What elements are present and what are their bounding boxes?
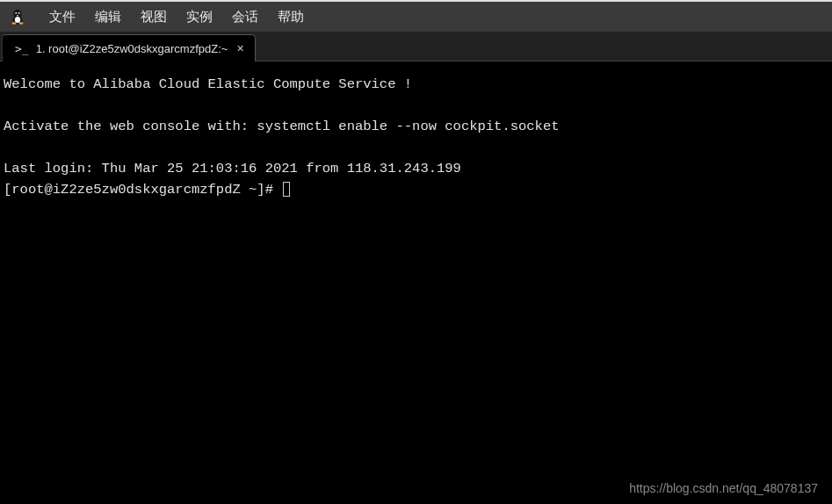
menu-edit[interactable]: 编辑 bbox=[95, 9, 121, 25]
menu-session[interactable]: 会话 bbox=[232, 9, 258, 25]
svg-point-7 bbox=[12, 22, 17, 25]
terminal-prompt: [root@iZ2ze5zw0dskxgarcmzfpdZ ~]# bbox=[4, 182, 281, 198]
linux-penguin-icon bbox=[11, 9, 25, 25]
svg-point-6 bbox=[18, 13, 19, 14]
tab-title: 1. root@iZ2ze5zw0dskxgarcmzfpdZ:~ bbox=[36, 42, 228, 55]
terminal-line: Last login: Thu Mar 25 21:03:16 2021 fro… bbox=[4, 161, 461, 176]
terminal-prompt-icon: >_ bbox=[15, 42, 29, 55]
watermark-text: https://blog.csdn.net/qq_48078137 bbox=[629, 481, 818, 495]
close-icon[interactable]: × bbox=[235, 41, 245, 55]
menu-help[interactable]: 帮助 bbox=[278, 9, 304, 25]
svg-point-5 bbox=[16, 13, 17, 14]
menu-file[interactable]: 文件 bbox=[49, 9, 76, 25]
terminal-line: Activate the web console with: systemctl… bbox=[4, 119, 560, 134]
tabbar: >_ 1. root@iZ2ze5zw0dskxgarcmzfpdZ:~ × bbox=[0, 32, 832, 61]
menu-view[interactable]: 视图 bbox=[141, 9, 167, 25]
terminal-cursor bbox=[283, 182, 290, 197]
menu-instance[interactable]: 实例 bbox=[186, 9, 213, 25]
terminal-line: Welcome to Alibaba Cloud Elastic Compute… bbox=[4, 76, 412, 92]
terminal-tab[interactable]: >_ 1. root@iZ2ze5zw0dskxgarcmzfpdZ:~ × bbox=[2, 34, 256, 61]
terminal-output[interactable]: Welcome to Alibaba Cloud Elastic Compute… bbox=[0, 61, 832, 504]
svg-point-8 bbox=[19, 22, 24, 25]
titlebar: 文件 编辑 视图 实例 会话 帮助 bbox=[0, 0, 832, 32]
svg-point-2 bbox=[15, 17, 20, 23]
